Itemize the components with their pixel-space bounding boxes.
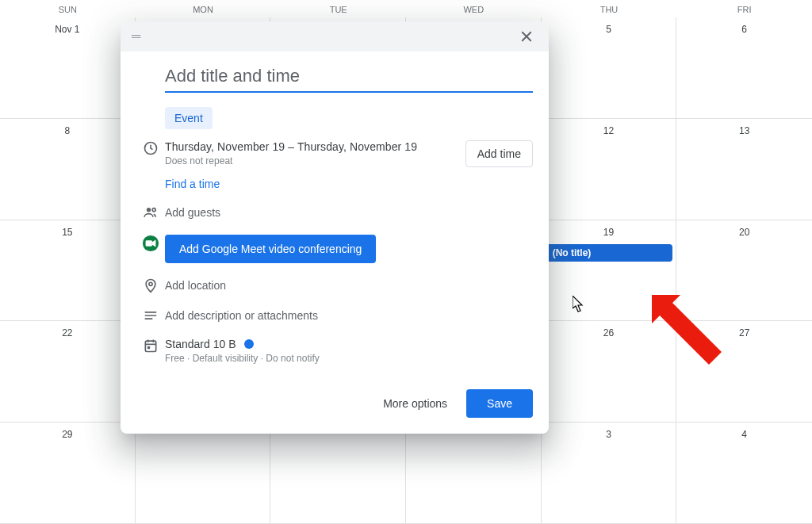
date-separator: –: [285, 140, 297, 153]
event-end-date: Thursday, November 19: [297, 140, 417, 153]
calendar-color-dot: [244, 339, 254, 349]
svg-rect-16: [147, 346, 150, 349]
event-repeat[interactable]: Does not repeat: [165, 155, 417, 166]
calendar-cell[interactable]: 19 (No title): [542, 220, 677, 322]
date-label: 3: [600, 429, 616, 440]
clock-icon: [136, 140, 165, 156]
date-label: 29: [59, 429, 75, 440]
calendar-icon: [136, 338, 165, 354]
date-label: Nov 1: [55, 24, 79, 35]
calendar-name: Standard 10 B: [165, 338, 236, 350]
calendar-day-headers: SUN MON TUE WED THU FRI: [0, 0, 812, 17]
event-visibility-meta[interactable]: Free · Default visibility · Do not notif…: [165, 353, 533, 364]
day-header: FRI: [676, 5, 812, 14]
date-label: 27: [737, 327, 753, 338]
calendar-cell[interactable]: [406, 423, 542, 524]
calendar-cell[interactable]: 26: [542, 321, 677, 423]
tab-event[interactable]: Event: [165, 107, 213, 129]
description-icon: [136, 308, 165, 323]
people-icon: [136, 205, 165, 220]
event-title-input[interactable]: [165, 63, 533, 93]
modal-footer: More options Save: [121, 381, 549, 434]
day-header: MON: [136, 5, 271, 14]
calendar-cell[interactable]: 13: [676, 119, 812, 220]
date-label: 19: [600, 227, 616, 238]
day-header: WED: [406, 5, 542, 14]
date-label: 22: [59, 327, 75, 338]
date-label: 26: [600, 327, 616, 338]
location-icon: [136, 277, 165, 293]
add-description-field[interactable]: Add description or attachments: [165, 308, 533, 322]
svg-rect-12: [145, 341, 155, 351]
add-location-field[interactable]: Add location: [165, 277, 533, 292]
svg-rect-7: [146, 240, 152, 246]
find-a-time-link[interactable]: Find a time: [165, 178, 417, 190]
calendar-cell[interactable]: 4: [676, 423, 812, 524]
calendar-picker[interactable]: Standard 10 B: [165, 338, 533, 350]
google-meet-icon: [136, 235, 165, 252]
calendar-cell[interactable]: 22: [0, 321, 136, 423]
day-header: TUE: [270, 5, 406, 14]
drag-handle-icon[interactable]: ═: [132, 30, 142, 43]
calendar-cell[interactable]: 15: [0, 220, 136, 322]
event-start-date: Thursday, November 19: [165, 140, 285, 153]
date-label: 6: [737, 24, 753, 35]
calendar-cell[interactable]: 27: [676, 321, 812, 423]
calendar-cell[interactable]: [136, 423, 271, 524]
svg-point-4: [147, 208, 151, 212]
date-label: 15: [59, 227, 75, 238]
modal-topbar: ═: [121, 21, 549, 52]
calendar-cell[interactable]: [270, 423, 406, 524]
date-label: 20: [737, 227, 753, 238]
date-label: 4: [737, 429, 753, 440]
day-header: THU: [542, 5, 677, 14]
calendar-cell[interactable]: 29: [0, 423, 136, 524]
calendar-cell[interactable]: 3: [542, 423, 677, 524]
create-event-modal: ═ Event Thursday, November 19 – Thursday…: [121, 21, 549, 434]
event-date-range[interactable]: Thursday, November 19 – Thursday, Novemb…: [165, 140, 417, 153]
calendar-cell[interactable]: 20: [676, 220, 812, 322]
modal-body: Event Thursday, November 19 – Thursday, …: [121, 52, 549, 381]
calendar-cell[interactable]: Nov 1: [0, 17, 136, 119]
day-header: SUN: [0, 5, 136, 14]
more-options-button[interactable]: More options: [380, 391, 450, 416]
event-chip-no-title[interactable]: (No title): [545, 244, 673, 262]
add-guests-field[interactable]: Add guests: [165, 205, 533, 219]
add-time-button[interactable]: Add time: [465, 140, 533, 167]
svg-point-8: [149, 282, 152, 285]
close-button[interactable]: [515, 25, 538, 48]
calendar-cell[interactable]: 6: [676, 17, 812, 119]
date-label: 13: [737, 125, 753, 136]
add-google-meet-button[interactable]: Add Google Meet video conferencing: [165, 235, 376, 263]
calendar-cell[interactable]: 5: [542, 17, 677, 119]
calendar-cell[interactable]: 12: [542, 119, 677, 220]
date-label: 8: [59, 125, 75, 136]
save-button[interactable]: Save: [466, 389, 533, 418]
date-label: 5: [600, 24, 616, 35]
date-label: 12: [600, 125, 616, 136]
close-icon: [519, 29, 534, 44]
calendar-cell[interactable]: 8: [0, 119, 136, 220]
svg-point-5: [152, 208, 155, 212]
